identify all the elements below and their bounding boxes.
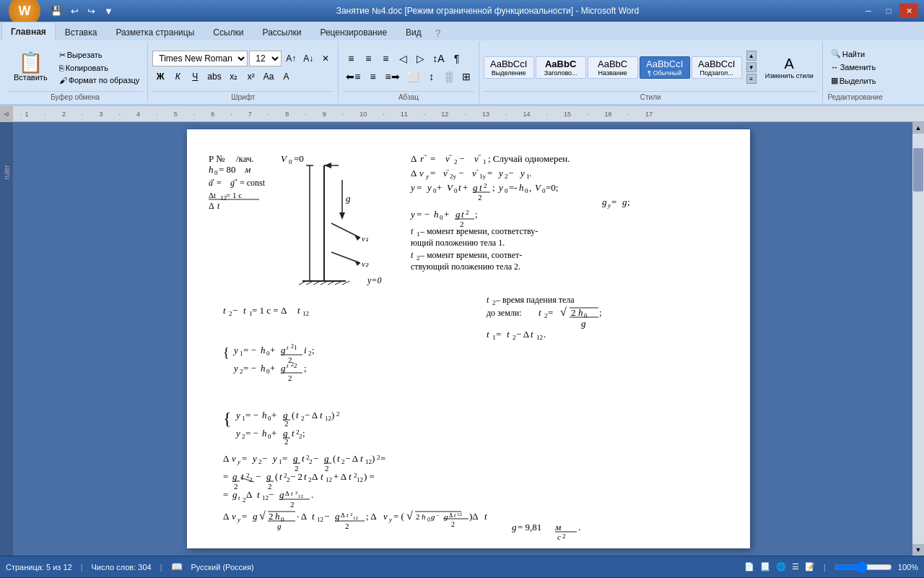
styles-expand[interactable]: ≡ [746,74,757,84]
maximize-button[interactable]: □ [879,4,898,18]
svg-text:+: + [271,410,276,420]
select-button[interactable]: ▦ Выделить [827,74,880,87]
svg-text:2: 2 [288,374,292,382]
underline-button[interactable]: Ч [187,69,203,85]
svg-text:2: 2 [466,209,469,216]
line-spacing-button[interactable]: ↕ [424,69,440,85]
strikethrough-button[interactable]: аbs [204,69,224,85]
scroll-down-button[interactable]: ▼ [912,544,924,556]
increase-font-btn[interactable]: A↑ [283,51,299,66]
tab-home[interactable]: Главная [1,22,56,40]
svg-text:2: 2 [571,307,576,318]
svg-text:+: + [437,182,442,193]
dec-indent-button[interactable]: ◁ [395,51,411,66]
sort-button[interactable]: ↕A [430,51,447,66]
numbering-button[interactable]: ≡ [360,51,376,66]
style-normal[interactable]: AaBbCcI ¶ Обычный [640,56,690,79]
borders-button[interactable]: ⊞ [458,69,474,85]
show-marks-button[interactable]: ¶ [449,51,465,66]
copy-button[interactable]: ⎘ Копировать [56,62,144,74]
svg-text:t: t [223,305,226,316]
svg-text:t: t [241,471,244,482]
bold-button[interactable]: Ж [152,69,168,85]
style-heading[interactable]: AaBbC Заголово... [536,56,586,79]
view-web-btn[interactable]: 🌐 [776,562,786,571]
tab-mailings[interactable]: Рассылки [253,23,311,40]
qa-dropdown-btn[interactable]: ▼ [101,4,116,18]
italic-button[interactable]: К [170,69,186,85]
svg-text:−: − [458,168,463,178]
svg-text:= 1 с = Δ: = 1 с = Δ [252,305,287,316]
replace-button[interactable]: ↔ Заменить [827,61,880,73]
help-button[interactable]: ? [431,26,445,40]
justify-button[interactable]: ⬜ [404,69,422,85]
clear-format-btn[interactable]: ✕ [318,51,334,66]
tab-view[interactable]: Вид [396,23,431,40]
svg-text:Δ: Δ [223,511,229,522]
paragraph-label: Абзац [343,91,474,101]
vertical-scrollbar[interactable]: ▲ ▼ [912,122,924,556]
style-subtitle[interactable]: AaBbCcI Подзагол... [692,56,742,79]
align-center-button[interactable]: ≡ [365,69,380,85]
tab-review[interactable]: Рецензирование [310,23,396,40]
svg-text:2: 2 [451,520,455,528]
close-button[interactable]: ✕ [899,4,918,18]
view-draft-btn[interactable]: 📝 [805,562,815,571]
svg-text:до земли:: до земли: [487,308,522,318]
tab-references[interactable]: Ссылки [204,23,253,40]
svg-text:.: . [311,489,313,500]
tab-insert[interactable]: Вставка [56,23,107,40]
document-area[interactable]: g v₁ v₂ y=0 Р № /кач. [13,122,924,556]
view-print-btn[interactable]: 📄 [744,562,754,571]
highlight-btn[interactable]: А [278,69,294,85]
svg-text:+: + [463,182,468,193]
svg-text:.: . [529,168,531,178]
styles-scroll-up[interactable]: ▲ [746,51,757,61]
font-group: Times New Roman 12 A↑ A↓ ✕ Ж К Ч аbs [148,42,339,103]
zoom-level: 100% [898,563,918,571]
scroll-up-button[interactable]: ▲ [912,122,924,134]
superscript-button[interactable]: x² [243,69,259,85]
font-size-select[interactable]: 12 [249,51,282,66]
svg-text:0: 0 [525,187,528,194]
svg-text:2: 2 [377,454,380,461]
change-styles-button[interactable]: A Изменить стили [761,56,818,79]
svg-text:{: { [223,345,230,360]
view-full-btn[interactable]: 📃 [760,562,770,571]
multilevel-button[interactable]: ≡ [378,51,393,66]
align-left-button[interactable]: ⬅≡ [343,69,363,85]
svg-text:v: v [474,153,479,164]
svg-text:− Δ: − Δ [345,453,358,464]
zoom-slider[interactable] [834,561,892,573]
undo-quick-btn[interactable]: ↩ [68,4,82,18]
find-button[interactable]: 🔍 Найти [827,48,880,60]
decrease-font-btn[interactable]: A↓ [300,51,316,66]
font-name-select[interactable]: Times New Roman [152,51,248,66]
subscript-button[interactable]: x₂ [226,69,242,85]
inc-indent-button[interactable]: ▷ [412,51,428,66]
paste-button[interactable]: 📋 Вставить [7,49,54,85]
bullets-button[interactable]: ≡ [343,51,359,66]
minimize-button[interactable]: ─ [859,4,878,18]
view-outline-btn[interactable]: ☰ [792,562,799,571]
styles-scroll-down[interactable]: ▼ [746,62,757,72]
shading-button[interactable]: ░ [441,69,457,85]
redo-quick-btn[interactable]: ↪ [84,4,98,18]
tab-page-layout[interactable]: Разметка страницы [106,23,204,40]
svg-text:;: ; [599,307,602,318]
align-right-button[interactable]: ≡➡ [382,69,402,85]
spell-check-icon[interactable]: 📖 [171,561,183,572]
font-style-row: Ж К Ч аbs x₂ x² Аа А [152,69,334,85]
svg-text:12: 12 [357,476,363,483]
svg-text:Δ: Δ [285,490,289,497]
format-painter-button[interactable]: 🖌 Формат по образцу [56,74,144,86]
para-controls: ≡ ≡ ≡ ◁ ▷ ↕A ¶ ⬅≡ ≡ ≡➡ ⬜ ↕ ░ [343,51,474,85]
svg-text:−: − [459,153,464,164]
style-selection[interactable]: AaBbCcI Выделение [484,56,534,79]
ruler-handle[interactable]: ⊲ [0,106,13,122]
style-title[interactable]: AaBbC Название [588,56,638,79]
save-quick-btn[interactable]: 💾 [48,4,65,18]
font-color-btn[interactable]: Аа [261,69,277,85]
cut-button[interactable]: ✂ Вырезать [56,49,144,61]
scroll-thumb[interactable] [913,148,923,191]
